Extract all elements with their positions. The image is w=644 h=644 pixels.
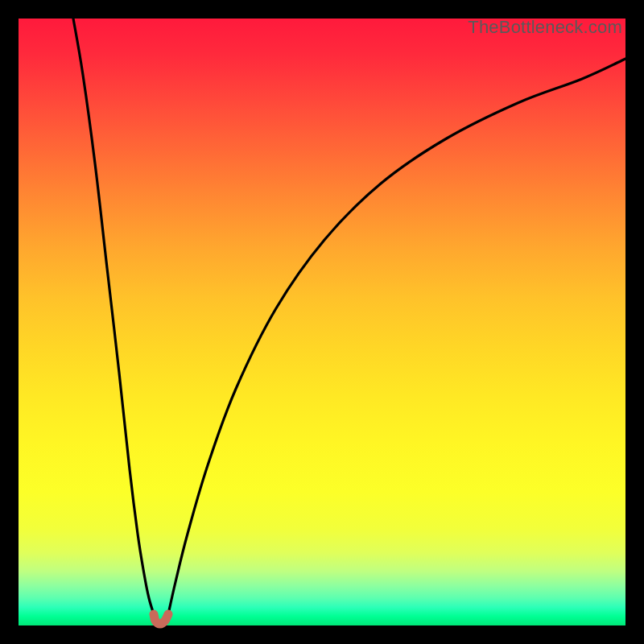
- left-descending-curve: [73, 19, 154, 614]
- minimum-notch: [154, 614, 168, 624]
- curve-overlay: [19, 19, 625, 625]
- right-rising-curve: [168, 59, 625, 614]
- chart-frame: TheBottleneck.com: [19, 19, 625, 625]
